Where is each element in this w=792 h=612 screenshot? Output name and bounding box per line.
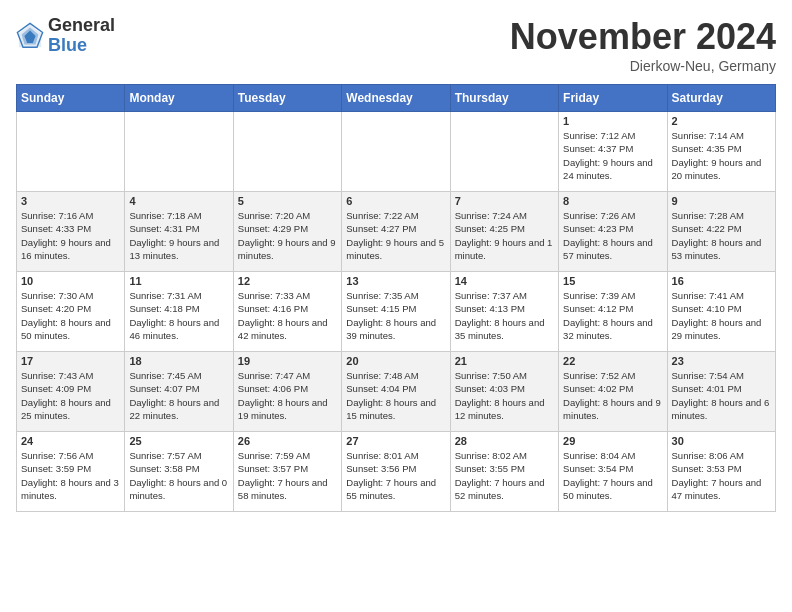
day-info: Sunrise: 8:04 AM Sunset: 3:54 PM Dayligh… (563, 449, 662, 502)
day-info: Sunrise: 7:54 AM Sunset: 4:01 PM Dayligh… (672, 369, 771, 422)
day-number: 27 (346, 435, 445, 447)
day-info: Sunrise: 7:43 AM Sunset: 4:09 PM Dayligh… (21, 369, 120, 422)
header: General Blue November 2024 Dierkow-Neu, … (16, 16, 776, 74)
day-number: 14 (455, 275, 554, 287)
logo-icon (16, 22, 44, 50)
day-number: 8 (563, 195, 662, 207)
day-number: 10 (21, 275, 120, 287)
day-number: 5 (238, 195, 337, 207)
day-info: Sunrise: 7:24 AM Sunset: 4:25 PM Dayligh… (455, 209, 554, 262)
location: Dierkow-Neu, Germany (510, 58, 776, 74)
day-info: Sunrise: 7:28 AM Sunset: 4:22 PM Dayligh… (672, 209, 771, 262)
day-info: Sunrise: 7:50 AM Sunset: 4:03 PM Dayligh… (455, 369, 554, 422)
day-info: Sunrise: 7:14 AM Sunset: 4:35 PM Dayligh… (672, 129, 771, 182)
day-info: Sunrise: 7:47 AM Sunset: 4:06 PM Dayligh… (238, 369, 337, 422)
calendar-cell: 25Sunrise: 7:57 AM Sunset: 3:58 PM Dayli… (125, 432, 233, 512)
day-info: Sunrise: 7:52 AM Sunset: 4:02 PM Dayligh… (563, 369, 662, 422)
calendar-cell (342, 112, 450, 192)
day-info: Sunrise: 7:56 AM Sunset: 3:59 PM Dayligh… (21, 449, 120, 502)
day-number: 28 (455, 435, 554, 447)
calendar-body: 1Sunrise: 7:12 AM Sunset: 4:37 PM Daylig… (17, 112, 776, 512)
day-info: Sunrise: 7:37 AM Sunset: 4:13 PM Dayligh… (455, 289, 554, 342)
calendar-cell: 5Sunrise: 7:20 AM Sunset: 4:29 PM Daylig… (233, 192, 341, 272)
header-row: SundayMondayTuesdayWednesdayThursdayFrid… (17, 85, 776, 112)
header-day-monday: Monday (125, 85, 233, 112)
calendar-cell: 9Sunrise: 7:28 AM Sunset: 4:22 PM Daylig… (667, 192, 775, 272)
day-info: Sunrise: 7:20 AM Sunset: 4:29 PM Dayligh… (238, 209, 337, 262)
header-day-saturday: Saturday (667, 85, 775, 112)
day-number: 22 (563, 355, 662, 367)
calendar-cell: 28Sunrise: 8:02 AM Sunset: 3:55 PM Dayli… (450, 432, 558, 512)
day-info: Sunrise: 7:45 AM Sunset: 4:07 PM Dayligh… (129, 369, 228, 422)
day-number: 26 (238, 435, 337, 447)
header-day-tuesday: Tuesday (233, 85, 341, 112)
week-row-5: 24Sunrise: 7:56 AM Sunset: 3:59 PM Dayli… (17, 432, 776, 512)
week-row-1: 1Sunrise: 7:12 AM Sunset: 4:37 PM Daylig… (17, 112, 776, 192)
day-info: Sunrise: 7:59 AM Sunset: 3:57 PM Dayligh… (238, 449, 337, 502)
calendar-cell (17, 112, 125, 192)
day-number: 19 (238, 355, 337, 367)
calendar-cell: 24Sunrise: 7:56 AM Sunset: 3:59 PM Dayli… (17, 432, 125, 512)
day-info: Sunrise: 7:57 AM Sunset: 3:58 PM Dayligh… (129, 449, 228, 502)
calendar-cell: 23Sunrise: 7:54 AM Sunset: 4:01 PM Dayli… (667, 352, 775, 432)
day-info: Sunrise: 7:22 AM Sunset: 4:27 PM Dayligh… (346, 209, 445, 262)
day-number: 21 (455, 355, 554, 367)
calendar-cell: 17Sunrise: 7:43 AM Sunset: 4:09 PM Dayli… (17, 352, 125, 432)
header-day-friday: Friday (559, 85, 667, 112)
day-number: 17 (21, 355, 120, 367)
calendar-cell (125, 112, 233, 192)
day-number: 3 (21, 195, 120, 207)
calendar-cell: 20Sunrise: 7:48 AM Sunset: 4:04 PM Dayli… (342, 352, 450, 432)
calendar-cell: 21Sunrise: 7:50 AM Sunset: 4:03 PM Dayli… (450, 352, 558, 432)
header-day-sunday: Sunday (17, 85, 125, 112)
calendar-cell: 6Sunrise: 7:22 AM Sunset: 4:27 PM Daylig… (342, 192, 450, 272)
day-number: 23 (672, 355, 771, 367)
week-row-4: 17Sunrise: 7:43 AM Sunset: 4:09 PM Dayli… (17, 352, 776, 432)
calendar-cell: 13Sunrise: 7:35 AM Sunset: 4:15 PM Dayli… (342, 272, 450, 352)
day-number: 12 (238, 275, 337, 287)
day-info: Sunrise: 8:02 AM Sunset: 3:55 PM Dayligh… (455, 449, 554, 502)
week-row-2: 3Sunrise: 7:16 AM Sunset: 4:33 PM Daylig… (17, 192, 776, 272)
calendar-cell: 15Sunrise: 7:39 AM Sunset: 4:12 PM Dayli… (559, 272, 667, 352)
day-info: Sunrise: 7:12 AM Sunset: 4:37 PM Dayligh… (563, 129, 662, 182)
day-info: Sunrise: 7:30 AM Sunset: 4:20 PM Dayligh… (21, 289, 120, 342)
day-number: 6 (346, 195, 445, 207)
day-number: 16 (672, 275, 771, 287)
day-number: 9 (672, 195, 771, 207)
logo-blue: Blue (48, 36, 115, 56)
day-number: 20 (346, 355, 445, 367)
calendar-cell: 19Sunrise: 7:47 AM Sunset: 4:06 PM Dayli… (233, 352, 341, 432)
day-info: Sunrise: 8:01 AM Sunset: 3:56 PM Dayligh… (346, 449, 445, 502)
week-row-3: 10Sunrise: 7:30 AM Sunset: 4:20 PM Dayli… (17, 272, 776, 352)
header-day-wednesday: Wednesday (342, 85, 450, 112)
calendar-cell: 12Sunrise: 7:33 AM Sunset: 4:16 PM Dayli… (233, 272, 341, 352)
calendar-cell: 27Sunrise: 8:01 AM Sunset: 3:56 PM Dayli… (342, 432, 450, 512)
month-title: November 2024 (510, 16, 776, 58)
calendar-cell: 2Sunrise: 7:14 AM Sunset: 4:35 PM Daylig… (667, 112, 775, 192)
day-number: 2 (672, 115, 771, 127)
calendar-cell: 3Sunrise: 7:16 AM Sunset: 4:33 PM Daylig… (17, 192, 125, 272)
day-number: 30 (672, 435, 771, 447)
calendar-cell: 26Sunrise: 7:59 AM Sunset: 3:57 PM Dayli… (233, 432, 341, 512)
day-info: Sunrise: 8:06 AM Sunset: 3:53 PM Dayligh… (672, 449, 771, 502)
calendar-header: SundayMondayTuesdayWednesdayThursdayFrid… (17, 85, 776, 112)
day-info: Sunrise: 7:35 AM Sunset: 4:15 PM Dayligh… (346, 289, 445, 342)
calendar-table: SundayMondayTuesdayWednesdayThursdayFrid… (16, 84, 776, 512)
calendar-cell: 16Sunrise: 7:41 AM Sunset: 4:10 PM Dayli… (667, 272, 775, 352)
logo-general: General (48, 16, 115, 36)
day-info: Sunrise: 7:39 AM Sunset: 4:12 PM Dayligh… (563, 289, 662, 342)
calendar-cell: 1Sunrise: 7:12 AM Sunset: 4:37 PM Daylig… (559, 112, 667, 192)
day-number: 11 (129, 275, 228, 287)
calendar-cell: 18Sunrise: 7:45 AM Sunset: 4:07 PM Dayli… (125, 352, 233, 432)
calendar-cell: 8Sunrise: 7:26 AM Sunset: 4:23 PM Daylig… (559, 192, 667, 272)
title-area: November 2024 Dierkow-Neu, Germany (510, 16, 776, 74)
logo-text: General Blue (48, 16, 115, 56)
calendar-cell: 10Sunrise: 7:30 AM Sunset: 4:20 PM Dayli… (17, 272, 125, 352)
day-number: 13 (346, 275, 445, 287)
header-day-thursday: Thursday (450, 85, 558, 112)
day-number: 4 (129, 195, 228, 207)
logo: General Blue (16, 16, 115, 56)
day-number: 24 (21, 435, 120, 447)
day-info: Sunrise: 7:26 AM Sunset: 4:23 PM Dayligh… (563, 209, 662, 262)
day-number: 15 (563, 275, 662, 287)
